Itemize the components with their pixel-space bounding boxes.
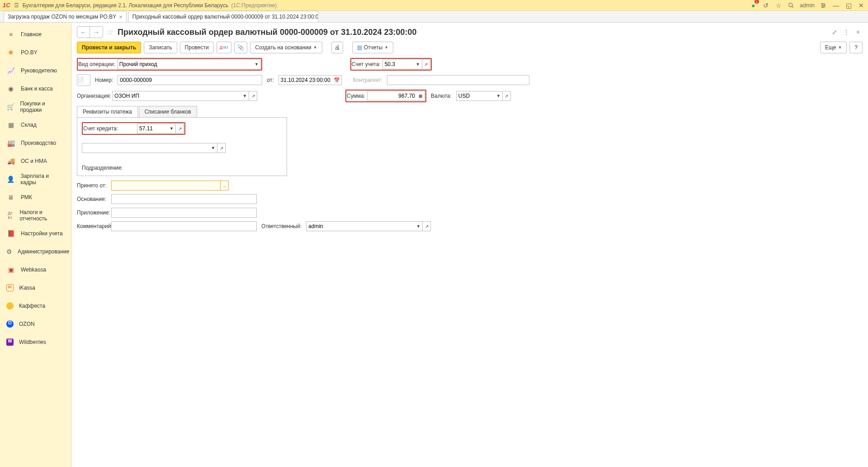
sidebar-item-ikassa[interactable]: iKiKassa xyxy=(0,279,71,297)
sidebar-item-manager[interactable]: 📈Руководителю xyxy=(0,62,71,80)
operation-type-group: Вид операции: ▼ xyxy=(77,58,262,71)
tab-payment-details[interactable]: Реквизиты платежа xyxy=(77,106,138,117)
attachments-button[interactable]: 📎 xyxy=(234,42,247,53)
settings-icon[interactable] xyxy=(819,1,827,10)
sum-group: Сумма: ▦ xyxy=(345,90,426,102)
sum-input[interactable] xyxy=(367,91,417,101)
subaccount-dropdown-icon[interactable]: ▼ xyxy=(209,143,217,153)
responsible-dropdown-icon[interactable]: ▼ xyxy=(415,221,423,231)
sidebar-item-main[interactable]: ≡Главное xyxy=(0,25,71,43)
nav-forward-button[interactable]: → xyxy=(90,27,103,38)
operation-type-label: Вид операции: xyxy=(78,61,115,67)
sidebar-item-tax[interactable]: ДтКтНалоги и отчетность xyxy=(0,206,71,224)
svg-point-6 xyxy=(824,5,825,5)
more-actions-icon[interactable]: ⋮ xyxy=(842,28,851,37)
tab-cash-order[interactable]: Приходный кассовый ордер валютный 0000-0… xyxy=(128,11,318,22)
sidebar-item-accounting-settings[interactable]: 📕Настройки учета xyxy=(0,224,71,243)
subdivision-label: Подразделение: xyxy=(82,165,123,171)
account-open-icon[interactable]: ↗ xyxy=(422,59,430,69)
app-topbar: 1C ☰ Бухгалтерия для Беларуси, редакция … xyxy=(0,0,868,11)
tab-ozon-load[interactable]: Загрузка продаж OZON по месяцам PO.BY× xyxy=(4,11,127,22)
main-sidebar: ≡Главное ❋PO.BY 📈Руководителю ◉Банк и ка… xyxy=(0,23,71,467)
responsible-open-icon[interactable]: ↗ xyxy=(423,221,431,231)
credit-account-input[interactable] xyxy=(137,124,168,133)
document-toolbar: Провести и закрыть Записать Провести ДтК… xyxy=(77,42,863,53)
sidebar-item-wb[interactable]: WWildberries xyxy=(0,333,71,351)
currency-dropdown-icon[interactable]: ▼ xyxy=(495,91,503,101)
basis-input[interactable] xyxy=(111,194,257,204)
print-button[interactable]: 🖨 xyxy=(331,42,343,53)
post-button[interactable]: Провести xyxy=(180,42,214,53)
account-dropdown-icon[interactable]: ▼ xyxy=(414,59,422,69)
more-button[interactable]: Еще▼ xyxy=(820,42,847,53)
credit-account-label: Счет кредита: xyxy=(83,125,135,132)
sidebar-item-kaffesta[interactable]: Каффеста xyxy=(0,297,71,315)
favorite-star-icon[interactable]: ☆ xyxy=(774,1,783,10)
sidebar-item-admin[interactable]: ⚙Администрирование xyxy=(0,243,71,261)
org-dropdown-icon[interactable]: ▼ xyxy=(241,91,249,101)
calculator-icon[interactable]: ▦ xyxy=(417,91,425,101)
new-number-button[interactable]: 📄 xyxy=(77,74,90,86)
account-label: Счет учета: xyxy=(352,61,381,67)
app-title: Бухгалтерия для Беларуси, редакция 2.1. … xyxy=(23,2,277,9)
currency-input[interactable] xyxy=(456,91,495,101)
responsible-input[interactable] xyxy=(306,221,415,231)
attachment-label: Приложение: xyxy=(77,210,107,216)
app-logo: 1C xyxy=(3,2,10,9)
tab-blanks[interactable]: Списание бланков xyxy=(139,106,197,117)
currency-open-icon[interactable]: ↗ xyxy=(503,91,511,101)
org-open-icon[interactable]: ↗ xyxy=(249,91,257,101)
current-user[interactable]: admin xyxy=(800,2,815,9)
attachment-input[interactable] xyxy=(111,208,257,218)
subaccount-open-icon[interactable]: ↗ xyxy=(217,143,226,153)
sidebar-item-rmk[interactable]: 🖥РМК xyxy=(0,188,71,206)
create-on-basis-button[interactable]: Создать на основании▼ xyxy=(250,42,322,53)
nav-back-button[interactable]: ← xyxy=(77,27,90,38)
org-input[interactable] xyxy=(112,91,241,101)
tab-close-icon[interactable]: × xyxy=(119,14,123,20)
number-input[interactable] xyxy=(118,75,262,85)
hamburger-icon[interactable]: ☰ xyxy=(14,2,19,9)
expand-icon[interactable]: ⤢ xyxy=(830,28,839,37)
close-app-icon[interactable]: ✕ xyxy=(857,1,865,10)
favorite-toggle-icon[interactable]: ☆ xyxy=(107,27,114,37)
sidebar-item-webkassa[interactable]: ▣Webkassa xyxy=(0,261,71,279)
reports-button[interactable]: ▤Отчеты▼ xyxy=(352,42,393,53)
sidebar-item-warehouse[interactable]: ▦Склад xyxy=(0,116,71,134)
sidebar-item-production[interactable]: 🏭Производство xyxy=(0,134,71,152)
sidebar-item-ozon[interactable]: OOZON xyxy=(0,315,71,333)
received-from-label: Принято от: xyxy=(77,182,107,189)
operation-type-dropdown-icon[interactable]: ▼ xyxy=(253,59,261,69)
help-button[interactable]: ? xyxy=(849,42,863,53)
notification-icon[interactable]: ● xyxy=(749,1,757,10)
received-from-input[interactable] xyxy=(111,181,221,191)
search-icon[interactable] xyxy=(787,1,795,10)
sidebar-item-poby[interactable]: ❋PO.BY xyxy=(0,43,71,62)
sidebar-item-sales[interactable]: 🛒Покупки и продажи xyxy=(0,98,71,116)
calendar-icon[interactable]: 📅 xyxy=(333,75,342,85)
history-icon[interactable]: ↺ xyxy=(762,1,770,10)
credit-open-icon[interactable]: ↗ xyxy=(176,124,184,133)
credit-account-group: Счет кредита: ▼ ↗ xyxy=(82,122,185,135)
post-and-close-button[interactable]: Провести и закрыть xyxy=(77,42,141,53)
subaccount-input[interactable] xyxy=(82,143,209,153)
account-input[interactable] xyxy=(382,59,414,69)
basis-label: Основание: xyxy=(77,196,107,202)
received-from-select-icon[interactable]: … xyxy=(221,181,229,191)
org-label: Организация: xyxy=(77,93,108,99)
sidebar-item-assets[interactable]: 🚚ОС и НМА xyxy=(0,152,71,170)
operation-type-input[interactable] xyxy=(117,59,253,69)
from-label: от: xyxy=(267,77,274,83)
sidebar-item-hr[interactable]: 👤Зарплата и кадры xyxy=(0,170,71,188)
date-input[interactable] xyxy=(278,75,333,85)
sidebar-item-bank[interactable]: ◉Банк и касса xyxy=(0,80,71,98)
restore-icon[interactable]: ◱ xyxy=(844,1,853,10)
dt-kt-button[interactable]: ДтКт xyxy=(217,42,232,53)
credit-dropdown-icon[interactable]: ▼ xyxy=(168,124,176,133)
close-page-icon[interactable]: × xyxy=(854,28,863,37)
save-button[interactable]: Записать xyxy=(144,42,177,53)
comment-label: Комментарий: xyxy=(77,223,107,229)
comment-input[interactable] xyxy=(111,221,257,231)
svg-point-0 xyxy=(789,3,793,6)
minimize-icon[interactable]: — xyxy=(832,1,840,10)
